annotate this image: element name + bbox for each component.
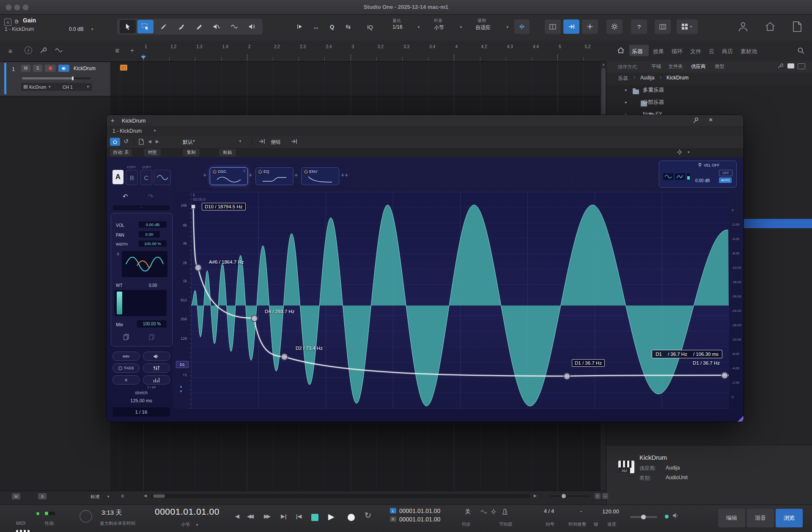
time-signature-value[interactable]: 4 / 4 (544, 508, 554, 514)
timestretch-value[interactable]: - (580, 508, 582, 514)
playhead-marker[interactable] (141, 56, 146, 59)
tab-files[interactable]: 文件 (690, 48, 701, 55)
automation-wave-icon[interactable] (55, 48, 63, 53)
close-icon[interactable]: × (709, 116, 713, 124)
copy-settings-icon[interactable] (123, 334, 129, 340)
layout-list-icon[interactable] (798, 63, 805, 69)
pencil-tool-button[interactable] (155, 20, 171, 33)
tree-item-multi-instruments[interactable]: 多重乐器 (643, 87, 664, 94)
slot-wave-button[interactable] (154, 170, 171, 185)
paste-tab[interactable]: 粘贴 (219, 149, 236, 156)
mute-tool-button[interactable] (208, 20, 225, 33)
user-account-icon[interactable] (738, 21, 749, 32)
preset-file-icon[interactable] (139, 139, 144, 145)
wt-value[interactable]: 0.00 (149, 283, 157, 288)
preset-selector[interactable]: 默认* (183, 139, 195, 146)
pitch-point-handle[interactable] (721, 372, 728, 379)
instrument-keys-icon[interactable] (120, 65, 127, 71)
pitch-point-handle[interactable] (195, 264, 202, 271)
scroll-left-icon[interactable]: ◀ (144, 494, 147, 498)
module-power-icon[interactable] (213, 169, 217, 174)
menu-icon[interactable]: ≡ (8, 47, 12, 55)
tags-button[interactable]: TAGS (112, 363, 140, 373)
loop-start-time[interactable]: 00001.01.01.00 (399, 507, 440, 514)
snap-toggle-button[interactable] (514, 19, 529, 34)
disclosure-triangle-icon[interactable]: ▸ (625, 87, 627, 92)
pin-icon[interactable] (693, 117, 699, 124)
mixer-mini-button[interactable] (143, 363, 170, 373)
breadcrumb-root[interactable]: 乐器 (618, 75, 628, 82)
pan-value[interactable]: 0.00 (139, 231, 160, 237)
timebase-value[interactable]: 小节 (434, 24, 444, 31)
wrench-icon[interactable] (40, 47, 47, 54)
sidechain-out-icon[interactable] (291, 139, 298, 144)
sync-value[interactable]: 关 (465, 508, 471, 516)
channel-selector[interactable]: CH 1 ▼ (60, 83, 92, 91)
slot-a-button[interactable]: A (112, 170, 123, 184)
plugin-power-button[interactable] (110, 138, 120, 146)
quantize-icon[interactable]: Q (325, 20, 339, 33)
tab-loops[interactable]: 循环 (672, 48, 683, 55)
add-module-icon[interactable]: + (249, 172, 252, 178)
metronome-icon[interactable] (502, 509, 508, 515)
tree-item-external-instruments[interactable]: 外部乐器 (643, 99, 664, 106)
octave-down-icon[interactable]: ▼ (179, 390, 183, 393)
view-mode-selector[interactable]: 标准 (91, 494, 100, 500)
module-eq[interactable]: EQ (255, 167, 294, 185)
rewind-button[interactable]: ◀◀ (247, 513, 252, 519)
browser-wrench-icon[interactable] (777, 63, 783, 69)
tab-effects[interactable]: 效果 (653, 48, 664, 55)
play-from-marker-icon[interactable] (293, 20, 307, 33)
module-env[interactable]: ENV (301, 167, 339, 185)
sort-type[interactable]: 类型 (715, 63, 724, 70)
layout-grid-button[interactable]: ▼ (677, 19, 698, 34)
breadcrumb-item[interactable]: KickDrum (667, 75, 689, 81)
timeline-ruler[interactable]: 11.21.31.422.22.32.433.23.33.444.24.34.4… (143, 41, 606, 61)
stop-button[interactable] (311, 514, 318, 521)
vel-db-value[interactable]: 0.00 dB (695, 178, 710, 183)
add-modules-icon[interactable]: ++ (341, 172, 348, 178)
metronome-settings-icon[interactable] (491, 509, 497, 515)
next-marker-button[interactable]: ▶| (281, 513, 286, 519)
base-note-box[interactable]: D1 (176, 361, 189, 368)
zoom-in-button[interactable]: + (595, 493, 601, 499)
plugin-titlebar[interactable] (107, 115, 743, 126)
steps-button[interactable] (143, 375, 170, 385)
slot-c-button[interactable]: C (140, 170, 152, 185)
settings-gear-button[interactable] (606, 19, 623, 34)
sort-folder[interactable]: 文件夹 (668, 63, 683, 70)
main-time-display[interactable]: 00001.01.01.00 (155, 507, 219, 517)
automation-tab[interactable]: 自动: 关 (110, 149, 132, 156)
wavetable-preview[interactable] (122, 251, 167, 277)
add-module-icon[interactable]: + (203, 172, 206, 178)
pitch-envelope-display[interactable]: 1 00:00.0 D10 / 18794.5 HzA#6 / 1864.7 H… (191, 192, 729, 409)
fraction-value[interactable]: 1 / 16 (112, 407, 170, 417)
lines-button[interactable]: ≡ (112, 375, 140, 385)
vol-value[interactable]: 0.00 dB (139, 221, 167, 228)
horizontal-scrollbar-thumb[interactable] (153, 494, 165, 498)
octave-shift-value[interactable]: +1 (183, 373, 187, 377)
rate-value[interactable]: 1 / 64 (147, 385, 156, 389)
home-tab-icon[interactable] (617, 46, 625, 54)
output-volume-thumb[interactable] (641, 515, 646, 519)
vel-label[interactable]: VEL OFF (704, 163, 719, 167)
tab-cloud[interactable]: 云 (709, 48, 714, 55)
pitch-point-handle[interactable] (191, 205, 195, 209)
listen-tool-button[interactable] (244, 20, 260, 33)
next-preset-icon[interactable]: ▶ (156, 139, 159, 144)
sort-flat[interactable]: 平铺 (651, 63, 661, 70)
sidechain-label[interactable]: 侧链 (271, 139, 281, 146)
iq-label[interactable]: IQ (367, 24, 373, 30)
pitch-point-handle[interactable] (251, 315, 258, 322)
help-button[interactable]: ? (631, 19, 647, 34)
crosshair-button[interactable] (582, 19, 598, 34)
preset-scrub-bar[interactable]: – (112, 205, 170, 210)
document-icon[interactable] (793, 21, 802, 32)
instrument-selector[interactable]: KicDrum ▼ (21, 83, 63, 91)
module-power-icon[interactable] (304, 169, 308, 174)
layout-filled-icon[interactable] (787, 63, 794, 68)
info-icon[interactable]: i (25, 46, 32, 54)
mixer-view-button[interactable] (655, 19, 671, 34)
scroll-right-icon[interactable]: ▶ (534, 494, 537, 498)
track-solo-button[interactable]: S (33, 65, 42, 72)
